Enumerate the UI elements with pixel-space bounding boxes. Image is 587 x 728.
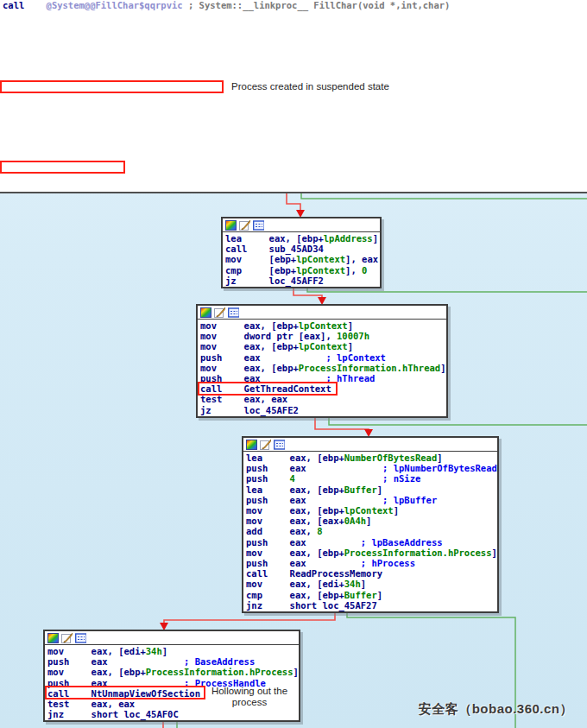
asm-line[interactable]: push eax ; lpBuffer <box>246 495 497 505</box>
basic-block-1[interactable]: lea eax, [ebp+lpAddress]call sub_45AD34m… <box>221 217 382 288</box>
asm-line[interactable]: push eax ; lpNumberOfBytesRead <box>246 463 497 473</box>
edit-icon[interactable] <box>239 220 250 231</box>
asm-line[interactable]: mov [ebp+StartupInfo.cb], 44h <box>3 192 587 193</box>
asm-line[interactable]: add eax, 8 <box>246 526 497 536</box>
edit-icon[interactable] <box>214 307 225 318</box>
edit-icon[interactable] <box>260 440 271 450</box>
asm-line[interactable]: mov eax, [ebp+lpContext] <box>246 505 497 516</box>
frame-icon[interactable] <box>274 440 285 450</box>
asm-line[interactable]: cmp eax, [ebp+Buffer] <box>246 590 497 600</box>
asm-line[interactable]: mov eax, [ebp+ProcessInformation.hProces… <box>47 667 299 677</box>
basic-block-3[interactable]: lea eax, [ebp+NumberOfBytesRead]push eax… <box>242 436 499 613</box>
node-body[interactable]: lea eax, [ebp+lpAddress]call sub_45AD34m… <box>223 232 380 287</box>
asm-line[interactable]: push eax ; BaseAddress <box>47 656 299 667</box>
asm-line[interactable]: jnz short loc_45AF27 <box>246 600 497 611</box>
asm-line[interactable]: call ReadProcessMemory <box>246 568 497 579</box>
frame-icon[interactable] <box>253 220 264 231</box>
node-body[interactable]: mov eax, [edi+34h]push eax ; BaseAddress… <box>45 645 299 720</box>
asm-line[interactable]: mov [ebp+lpContext], eax <box>225 254 380 264</box>
asm-line[interactable]: push eax ; lpContext <box>200 352 446 363</box>
node-title-bar <box>198 306 446 320</box>
palette-icon[interactable] <box>225 220 237 231</box>
asm-line[interactable]: mov dword ptr [eax], 10007h <box>200 331 446 341</box>
annotation-hollowing: Hollowing out the process <box>205 686 294 707</box>
ida-graph-view[interactable]: call @System@@FillChar$qqrpvic ; System:… <box>0 0 587 728</box>
edit-icon[interactable] <box>61 633 73 643</box>
asm-line[interactable]: jz loc_45AFF2 <box>225 275 380 286</box>
asm-line[interactable]: lea eax, [ebp+Buffer] <box>246 484 497 495</box>
node-body[interactable]: lea eax, [ebp+NumberOfBytesRead]push eax… <box>243 452 497 611</box>
palette-icon[interactable] <box>246 440 257 450</box>
asm-line[interactable]: mov eax, [eax+0A4h] <box>246 516 497 526</box>
asm-line[interactable]: lea eax, [ebp+lpAddress] <box>225 233 380 244</box>
watermark: 安全客（bobao.360.cn） <box>419 701 573 717</box>
asm-line[interactable]: call sub_45AD34 <box>225 244 380 254</box>
asm-line[interactable]: cmp [ebp+lpContext], 0 <box>225 265 380 275</box>
frame-icon[interactable] <box>75 633 86 643</box>
asm-line[interactable]: mov eax, [ebp+ProcessInformation.hThread… <box>200 363 446 373</box>
annotation-suspended-state: Process created in suspended state <box>231 81 389 92</box>
asm-line[interactable]: jz loc_45AFE2 <box>200 405 446 415</box>
basic-block-2[interactable]: mov eax, [ebp+lpContext]mov dword ptr [e… <box>196 304 448 418</box>
frame-icon[interactable] <box>228 307 239 318</box>
node-title-bar <box>45 631 299 645</box>
palette-icon[interactable] <box>47 633 59 643</box>
node-title-bar <box>223 218 380 232</box>
asm-line[interactable]: mov eax, [ebp+lpContext] <box>200 341 446 351</box>
asm-line[interactable]: lea eax, [ebp+NumberOfBytesRead] <box>246 453 497 463</box>
asm-line[interactable]: push eax ; lpBaseAddress <box>246 537 497 548</box>
asm-line[interactable]: mov eax, [ebp+lpContext] <box>200 320 446 331</box>
asm-line[interactable]: mov eax, [ebp+ProcessInformation.hProces… <box>246 548 497 558</box>
highlight-box-dwcreationflags <box>0 80 224 93</box>
highlight-box-createprocessa <box>0 161 125 174</box>
palette-icon[interactable] <box>200 307 211 318</box>
asm-line[interactable]: jnz short loc_45AF0C <box>47 709 299 719</box>
node-body[interactable]: mov eax, [ebp+lpContext]mov dword ptr [e… <box>198 320 446 416</box>
basic-block-4[interactable]: mov eax, [edi+34h]push eax ; BaseAddress… <box>43 630 300 722</box>
asm-line[interactable]: mov eax, [edi+34h] <box>47 646 299 656</box>
highlight-box-ntunmapviewofsection <box>45 686 205 700</box>
highlight-box-getthreadcontext <box>198 382 338 396</box>
asm-line[interactable]: push eax ; hProcess <box>246 558 497 568</box>
asm-line[interactable]: push 4 ; nSize <box>246 473 497 484</box>
asm-line[interactable]: mov eax, [edi+34h] <box>246 579 497 589</box>
node-title-bar <box>243 438 497 452</box>
asm-line[interactable]: test eax, eax <box>200 394 446 404</box>
